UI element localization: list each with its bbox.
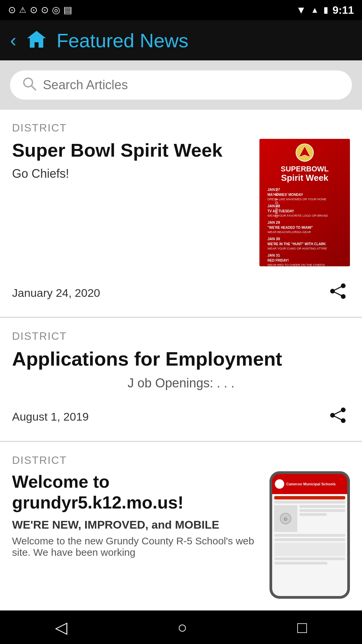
article-card-3[interactable]: DISTRICT Welcome to grundyr5.k12.mo.us! … bbox=[0, 442, 362, 640]
article-title-3: Welcome to grundyr5.k12.mo.us! bbox=[12, 471, 263, 513]
back-button[interactable]: ‹ bbox=[10, 31, 16, 50]
status-icon-1: ⊙ bbox=[8, 5, 16, 15]
status-icon-5: ◎ bbox=[52, 5, 60, 15]
article-subtitle-2: J ob Openings: . . . bbox=[12, 376, 350, 390]
bottom-navigation: ◁ ○ □ bbox=[0, 610, 362, 644]
article-body-text-3: Welcome to the new Grundy County R-5 Sch… bbox=[12, 535, 263, 558]
search-icon bbox=[22, 76, 36, 94]
search-input[interactable] bbox=[43, 78, 340, 92]
article-body-1: Super Bowl Spirit Week Go Chiefs! SUPERB… bbox=[12, 139, 350, 266]
article-card-2[interactable]: DISTRICT Applications for Employment J o… bbox=[0, 318, 362, 441]
status-icon-6: ▤ bbox=[63, 5, 72, 15]
wifi-icon: ▼ bbox=[296, 4, 306, 16]
article-title-1: Super Bowl Spirit Week bbox=[12, 139, 253, 161]
article-card-1[interactable]: DISTRICT Super Bowl Spirit Week Go Chief… bbox=[0, 110, 362, 317]
article-subtitle-1: Go Chiefs! bbox=[12, 167, 253, 181]
status-icons-right: ▼ ▲ ▮ 9:11 bbox=[296, 4, 354, 16]
status-icons-left: ⊙ ⚠ ⊙ ⊙ ◎ ▤ bbox=[8, 5, 72, 15]
search-bar[interactable] bbox=[10, 70, 352, 100]
nav-home-button[interactable]: ○ bbox=[177, 618, 187, 637]
svg-line-10 bbox=[333, 291, 343, 297]
search-container bbox=[0, 60, 362, 110]
nav-recents-button[interactable]: □ bbox=[297, 618, 307, 637]
article-category-2: DISTRICT bbox=[12, 330, 350, 342]
header: ‹ Featured News bbox=[0, 20, 362, 60]
article-text-1: Super Bowl Spirit Week Go Chiefs! bbox=[12, 139, 253, 184]
page-title: Featured News bbox=[57, 29, 188, 52]
article-footer-1: January 24, 2020 bbox=[12, 276, 350, 307]
home-button[interactable] bbox=[26, 30, 47, 51]
svg-text:⊙: ⊙ bbox=[284, 516, 288, 522]
article-date-2: August 1, 2019 bbox=[12, 410, 89, 423]
article-thumbnail-3: Cameron Municipal Schools ⊙ bbox=[269, 471, 350, 599]
status-icon-2: ⚠ bbox=[19, 6, 26, 14]
sb-side-text: GRUNDY R-V bbox=[275, 187, 279, 217]
share-button-2[interactable] bbox=[326, 403, 350, 431]
status-icon-4: ⊙ bbox=[41, 5, 49, 15]
article-footer-2: August 1, 2019 bbox=[12, 400, 350, 431]
article-category-3: DISTRICT bbox=[12, 454, 350, 467]
share-button-1[interactable] bbox=[326, 279, 350, 307]
clock: 9:11 bbox=[333, 4, 354, 16]
svg-line-9 bbox=[333, 286, 343, 291]
svg-marker-0 bbox=[27, 31, 46, 48]
status-bar: ⊙ ⚠ ⊙ ⊙ ◎ ▤ ▼ ▲ ▮ 9:11 bbox=[0, 0, 362, 20]
nav-back-button[interactable]: ◁ bbox=[55, 618, 67, 637]
svg-line-14 bbox=[333, 410, 343, 415]
battery-icon: ▮ bbox=[323, 5, 328, 15]
svg-line-15 bbox=[333, 415, 343, 421]
articles-list: DISTRICT Super Bowl Spirit Week Go Chief… bbox=[0, 110, 362, 640]
article-title-2: Applications for Employment bbox=[12, 347, 350, 371]
article-body-3: Welcome to grundyr5.k12.mo.us! WE'RE NEW… bbox=[12, 471, 350, 599]
article-subtitle-3: WE'RE NEW, IMPROVED, and MOBILE bbox=[12, 518, 263, 531]
status-icon-3: ⊙ bbox=[30, 5, 38, 15]
article-category-1: DISTRICT bbox=[12, 122, 350, 134]
signal-icon: ▲ bbox=[311, 5, 319, 15]
article-date-1: January 24, 2020 bbox=[12, 286, 100, 300]
article-thumbnail-1: SUPERBOWLSpirit Week JAN 27 MA'HOMIES' M… bbox=[259, 139, 350, 266]
article-text-3: Welcome to grundyr5.k12.mo.us! WE'RE NEW… bbox=[12, 471, 263, 562]
svg-line-2 bbox=[32, 86, 36, 90]
